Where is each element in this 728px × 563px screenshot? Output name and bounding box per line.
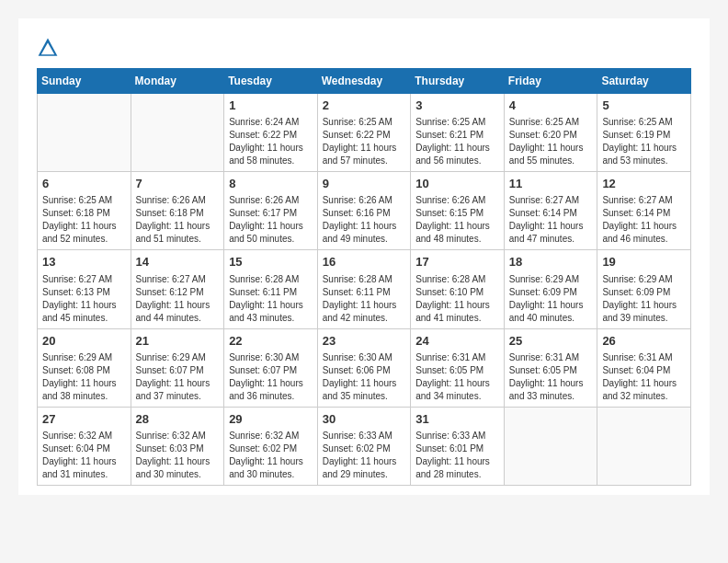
calendar-day-cell: 5Sunrise: 6:25 AM Sunset: 6:19 PM Daylig… (597, 94, 691, 172)
calendar-week-row: 1Sunrise: 6:24 AM Sunset: 6:22 PM Daylig… (38, 94, 691, 172)
day-info: Sunrise: 6:26 AM Sunset: 6:18 PM Dayligh… (136, 194, 220, 246)
calendar-day-cell: 30Sunrise: 6:33 AM Sunset: 6:02 PM Dayli… (317, 407, 411, 485)
day-number: 15 (229, 254, 313, 270)
day-number: 2 (323, 98, 406, 114)
calendar-day-cell (131, 94, 224, 172)
day-number: 14 (136, 254, 220, 270)
logo (37, 37, 63, 59)
calendar-day-cell: 11Sunrise: 6:27 AM Sunset: 6:14 PM Dayli… (504, 172, 597, 250)
calendar-day-cell: 23Sunrise: 6:30 AM Sunset: 6:06 PM Dayli… (317, 328, 411, 407)
day-number: 27 (42, 411, 126, 428)
calendar-day-cell: 20Sunrise: 6:29 AM Sunset: 6:08 PM Dayli… (38, 328, 131, 407)
calendar-day-cell (597, 407, 691, 485)
day-number: 10 (415, 176, 499, 192)
calendar-week-row: 20Sunrise: 6:29 AM Sunset: 6:08 PM Dayli… (38, 328, 691, 407)
day-info: Sunrise: 6:25 AM Sunset: 6:22 PM Dayligh… (323, 116, 406, 167)
day-info: Sunrise: 6:26 AM Sunset: 6:15 PM Dayligh… (415, 194, 499, 246)
calendar-day-cell: 17Sunrise: 6:28 AM Sunset: 6:10 PM Dayli… (411, 250, 505, 328)
calendar-day-cell: 15Sunrise: 6:28 AM Sunset: 6:11 PM Dayli… (224, 250, 318, 328)
day-info: Sunrise: 6:29 AM Sunset: 6:09 PM Dayligh… (509, 273, 593, 325)
day-number: 24 (415, 333, 499, 350)
calendar-header-row: SundayMondayTuesdayWednesdayThursdayFrid… (38, 69, 691, 94)
calendar-week-row: 6Sunrise: 6:25 AM Sunset: 6:18 PM Daylig… (38, 172, 691, 250)
calendar-week-row: 13Sunrise: 6:27 AM Sunset: 6:13 PM Dayli… (38, 250, 691, 328)
calendar-day-cell (504, 407, 597, 485)
calendar-day-cell: 13Sunrise: 6:27 AM Sunset: 6:13 PM Dayli… (38, 250, 131, 328)
day-number: 20 (42, 333, 126, 350)
day-number: 13 (42, 254, 126, 270)
day-number: 26 (602, 333, 686, 350)
day-number: 11 (509, 176, 593, 192)
calendar-day-cell: 28Sunrise: 6:32 AM Sunset: 6:03 PM Dayli… (131, 407, 224, 485)
day-info: Sunrise: 6:25 AM Sunset: 6:19 PM Dayligh… (602, 116, 686, 167)
calendar-day-cell: 2Sunrise: 6:25 AM Sunset: 6:22 PM Daylig… (317, 94, 411, 172)
day-info: Sunrise: 6:30 AM Sunset: 6:07 PM Dayligh… (229, 351, 313, 403)
day-info: Sunrise: 6:24 AM Sunset: 6:22 PM Dayligh… (229, 116, 313, 167)
day-info: Sunrise: 6:32 AM Sunset: 6:03 PM Dayligh… (136, 430, 220, 481)
day-number: 1 (229, 98, 313, 114)
day-info: Sunrise: 6:29 AM Sunset: 6:09 PM Dayligh… (602, 273, 686, 325)
day-info: Sunrise: 6:28 AM Sunset: 6:11 PM Dayligh… (229, 273, 313, 325)
day-number: 22 (229, 333, 313, 350)
day-info: Sunrise: 6:26 AM Sunset: 6:17 PM Dayligh… (229, 194, 313, 246)
day-info: Sunrise: 6:33 AM Sunset: 6:02 PM Dayligh… (323, 430, 406, 481)
day-info: Sunrise: 6:28 AM Sunset: 6:11 PM Dayligh… (323, 273, 406, 325)
day-info: Sunrise: 6:25 AM Sunset: 6:18 PM Dayligh… (42, 194, 126, 246)
calendar-week-row: 27Sunrise: 6:32 AM Sunset: 6:04 PM Dayli… (38, 407, 691, 485)
logo-icon (37, 37, 59, 59)
calendar-day-cell: 24Sunrise: 6:31 AM Sunset: 6:05 PM Dayli… (411, 328, 505, 407)
day-number: 31 (415, 411, 499, 428)
day-number: 12 (602, 176, 686, 192)
calendar-day-header: Thursday (411, 69, 505, 94)
calendar-day-cell (38, 94, 131, 172)
day-number: 30 (323, 411, 406, 428)
calendar-day-cell: 4Sunrise: 6:25 AM Sunset: 6:20 PM Daylig… (504, 94, 597, 172)
calendar-day-cell: 16Sunrise: 6:28 AM Sunset: 6:11 PM Dayli… (317, 250, 411, 328)
day-number: 19 (602, 254, 686, 270)
calendar-day-cell: 3Sunrise: 6:25 AM Sunset: 6:21 PM Daylig… (411, 94, 505, 172)
calendar-day-cell: 26Sunrise: 6:31 AM Sunset: 6:04 PM Dayli… (597, 328, 691, 407)
day-number: 18 (509, 254, 593, 270)
day-number: 23 (323, 333, 406, 350)
day-info: Sunrise: 6:27 AM Sunset: 6:14 PM Dayligh… (509, 194, 593, 246)
day-number: 8 (229, 176, 313, 192)
day-number: 17 (415, 254, 499, 270)
day-number: 9 (323, 176, 406, 192)
calendar-day-header: Tuesday (224, 69, 318, 94)
day-info: Sunrise: 6:31 AM Sunset: 6:04 PM Dayligh… (602, 351, 686, 403)
day-info: Sunrise: 6:32 AM Sunset: 6:02 PM Dayligh… (229, 430, 313, 481)
calendar-day-cell: 19Sunrise: 6:29 AM Sunset: 6:09 PM Dayli… (597, 250, 691, 328)
day-info: Sunrise: 6:29 AM Sunset: 6:08 PM Dayligh… (42, 351, 126, 403)
calendar-day-cell: 1Sunrise: 6:24 AM Sunset: 6:22 PM Daylig… (224, 94, 318, 172)
calendar-day-header: Saturday (597, 69, 691, 94)
day-info: Sunrise: 6:28 AM Sunset: 6:10 PM Dayligh… (415, 273, 499, 325)
calendar-day-cell: 8Sunrise: 6:26 AM Sunset: 6:17 PM Daylig… (224, 172, 318, 250)
calendar-day-header: Friday (504, 69, 597, 94)
calendar-day-cell: 7Sunrise: 6:26 AM Sunset: 6:18 PM Daylig… (131, 172, 224, 250)
day-info: Sunrise: 6:32 AM Sunset: 6:04 PM Dayligh… (42, 430, 126, 481)
day-number: 7 (136, 176, 220, 192)
day-number: 3 (415, 98, 499, 114)
calendar-day-cell: 29Sunrise: 6:32 AM Sunset: 6:02 PM Dayli… (224, 407, 318, 485)
day-info: Sunrise: 6:27 AM Sunset: 6:14 PM Dayligh… (602, 194, 686, 246)
calendar-day-cell: 21Sunrise: 6:29 AM Sunset: 6:07 PM Dayli… (131, 328, 224, 407)
calendar-table: SundayMondayTuesdayWednesdayThursdayFrid… (37, 68, 691, 486)
day-info: Sunrise: 6:33 AM Sunset: 6:01 PM Dayligh… (415, 430, 499, 481)
calendar-day-cell: 6Sunrise: 6:25 AM Sunset: 6:18 PM Daylig… (38, 172, 131, 250)
day-number: 4 (509, 98, 593, 114)
calendar-day-cell: 25Sunrise: 6:31 AM Sunset: 6:05 PM Dayli… (504, 328, 597, 407)
day-info: Sunrise: 6:26 AM Sunset: 6:16 PM Dayligh… (323, 194, 406, 246)
calendar-day-header: Sunday (38, 69, 131, 94)
calendar-day-cell: 18Sunrise: 6:29 AM Sunset: 6:09 PM Dayli… (504, 250, 597, 328)
page: SundayMondayTuesdayWednesdayThursdayFrid… (18, 18, 710, 495)
calendar-day-cell: 10Sunrise: 6:26 AM Sunset: 6:15 PM Dayli… (411, 172, 505, 250)
day-info: Sunrise: 6:25 AM Sunset: 6:21 PM Dayligh… (415, 116, 499, 167)
day-info: Sunrise: 6:31 AM Sunset: 6:05 PM Dayligh… (509, 351, 593, 403)
day-number: 28 (136, 411, 220, 428)
calendar-day-cell: 9Sunrise: 6:26 AM Sunset: 6:16 PM Daylig… (317, 172, 411, 250)
header (37, 37, 691, 59)
calendar-day-header: Monday (131, 69, 224, 94)
day-info: Sunrise: 6:31 AM Sunset: 6:05 PM Dayligh… (415, 351, 499, 403)
day-info: Sunrise: 6:29 AM Sunset: 6:07 PM Dayligh… (136, 351, 220, 403)
day-number: 5 (602, 98, 686, 114)
